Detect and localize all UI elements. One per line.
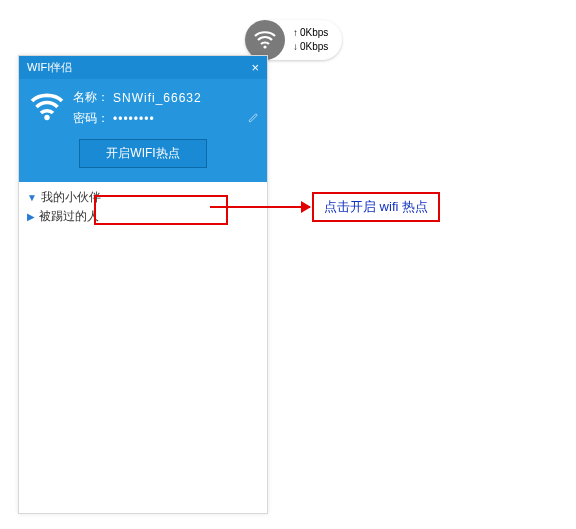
wifi-password-row: 密码： •••••••• <box>73 110 259 127</box>
password-label: 密码： <box>73 110 109 127</box>
annotation-callout: 点击开启 wifi 热点 <box>312 192 440 222</box>
start-hotspot-button[interactable]: 开启WIFI热点 <box>79 139 207 168</box>
name-label: 名称： <box>73 89 109 106</box>
speed-readout: ↑ 0Kbps ↓ 0Kbps <box>293 26 328 54</box>
download-speed: 0Kbps <box>300 40 328 54</box>
svg-point-1 <box>44 115 49 120</box>
titlebar: WIFI伴侣 × <box>19 56 267 79</box>
network-speed-badge: ↑ 0Kbps ↓ 0Kbps <box>245 20 342 60</box>
pencil-icon[interactable] <box>248 112 259 126</box>
wifi-companion-window: WIFI伴侣 × 名称： SNWifi_66632 密码： •••• <box>18 55 268 514</box>
wifi-header-panel: 名称： SNWifi_66632 密码： •••••••• 开启WIFI热点 <box>19 79 267 182</box>
annotation-arrow <box>210 206 310 208</box>
window-title: WIFI伴侣 <box>27 60 72 75</box>
download-arrow-icon: ↓ <box>293 40 298 54</box>
password-value: •••••••• <box>113 112 155 126</box>
close-icon[interactable]: × <box>251 61 259 74</box>
device-list: ▼ 我的小伙伴 ▶ 被踢过的人 <box>19 182 267 513</box>
chevron-right-icon: ▶ <box>27 211 35 222</box>
name-value: SNWifi_66632 <box>113 91 202 105</box>
svg-point-0 <box>263 45 266 48</box>
wifi-icon <box>245 20 285 60</box>
list-item-label: 被踢过的人 <box>39 208 99 225</box>
wifi-name-row: 名称： SNWifi_66632 <box>73 89 259 106</box>
upload-speed: 0Kbps <box>300 26 328 40</box>
chevron-down-icon: ▼ <box>27 192 37 203</box>
list-item-friends[interactable]: ▼ 我的小伙伴 <box>27 188 259 207</box>
list-item-label: 我的小伙伴 <box>41 189 101 206</box>
list-item-kicked[interactable]: ▶ 被踢过的人 <box>27 207 259 226</box>
upload-arrow-icon: ↑ <box>293 26 298 40</box>
wifi-icon <box>27 89 67 125</box>
